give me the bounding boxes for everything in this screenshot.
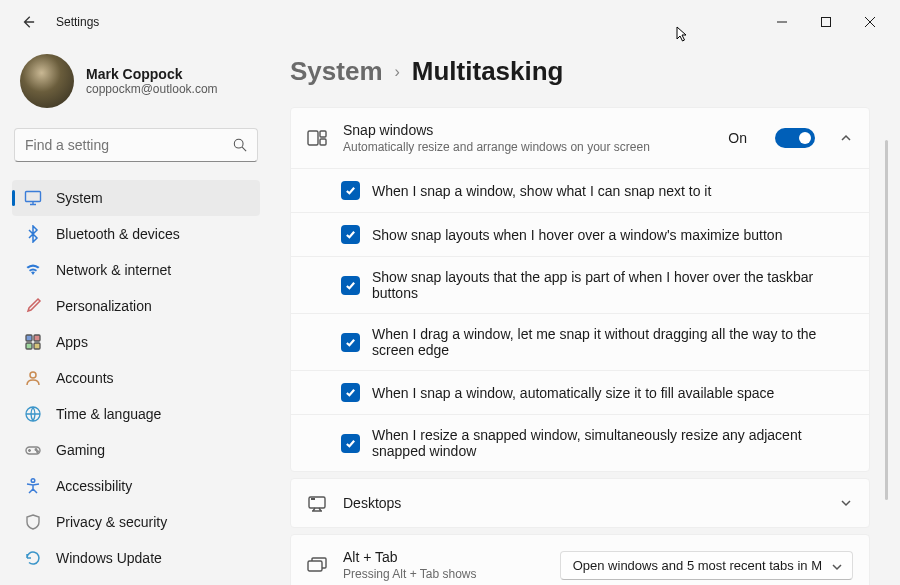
svg-point-1 bbox=[234, 139, 243, 148]
chevron-down-icon bbox=[832, 562, 842, 572]
minimize-icon bbox=[777, 17, 787, 27]
snap-option-0[interactable]: When I snap a window, show what I can sn… bbox=[291, 168, 869, 212]
checkbox-checked-icon[interactable] bbox=[341, 434, 360, 453]
desktops-title: Desktops bbox=[343, 495, 401, 511]
alt-tab-icon bbox=[307, 555, 327, 575]
close-icon bbox=[865, 17, 875, 27]
app-title: Settings bbox=[56, 15, 99, 29]
nav-item-personalization[interactable]: Personalization bbox=[12, 288, 260, 324]
snap-state-label: On bbox=[728, 130, 747, 146]
nav-label: Gaming bbox=[56, 442, 105, 458]
search-input[interactable] bbox=[25, 137, 233, 153]
access-icon bbox=[24, 477, 42, 495]
snap-option-label: When I snap a window, show what I can sn… bbox=[372, 183, 711, 199]
desktops-card[interactable]: Desktops bbox=[290, 478, 870, 528]
nav-list: SystemBluetooth & devicesNetwork & inter… bbox=[12, 180, 260, 576]
vertical-scrollbar[interactable] bbox=[885, 140, 888, 500]
desktops-icon bbox=[307, 493, 327, 513]
nav-item-accounts[interactable]: Accounts bbox=[12, 360, 260, 396]
alt-tab-subtitle: Pressing Alt + Tab shows bbox=[343, 567, 477, 581]
svg-rect-17 bbox=[308, 561, 322, 571]
chevron-up-icon bbox=[839, 131, 853, 145]
alt-tab-title: Alt + Tab bbox=[343, 549, 477, 565]
svg-point-12 bbox=[31, 479, 35, 483]
svg-point-10 bbox=[35, 449, 37, 451]
search-icon bbox=[233, 138, 247, 152]
svg-rect-5 bbox=[26, 343, 32, 349]
maximize-icon bbox=[821, 17, 831, 27]
nav-item-time-language[interactable]: Time & language bbox=[12, 396, 260, 432]
snap-option-1[interactable]: Show snap layouts when I hover over a wi… bbox=[291, 212, 869, 256]
nav-label: Time & language bbox=[56, 406, 161, 422]
snap-option-4[interactable]: When I snap a window, automatically size… bbox=[291, 370, 869, 414]
snap-toggle[interactable] bbox=[775, 128, 815, 148]
breadcrumb-root[interactable]: System bbox=[290, 56, 383, 87]
checkbox-checked-icon[interactable] bbox=[341, 333, 360, 352]
nav-item-accessibility[interactable]: Accessibility bbox=[12, 468, 260, 504]
svg-rect-2 bbox=[26, 192, 41, 202]
snap-windows-card: Snap windows Automatically resize and ar… bbox=[290, 107, 870, 472]
alt-tab-select[interactable]: Open windows and 5 most recent tabs in M bbox=[560, 551, 853, 580]
nav-label: Windows Update bbox=[56, 550, 162, 566]
sidebar: Mark Coppock coppockm@outlook.com System… bbox=[0, 44, 272, 585]
nav-label: Apps bbox=[56, 334, 88, 350]
svg-rect-13 bbox=[308, 131, 318, 145]
svg-rect-4 bbox=[34, 335, 40, 341]
nav-label: Bluetooth & devices bbox=[56, 226, 180, 242]
nav-label: Accounts bbox=[56, 370, 114, 386]
apps-icon bbox=[24, 333, 42, 351]
snap-option-label: Show snap layouts that the app is part o… bbox=[372, 269, 853, 301]
nav-label: Privacy & security bbox=[56, 514, 167, 530]
checkbox-checked-icon[interactable] bbox=[341, 383, 360, 402]
nav-item-system[interactable]: System bbox=[12, 180, 260, 216]
profile-section[interactable]: Mark Coppock coppockm@outlook.com bbox=[12, 48, 260, 122]
snap-subtitle: Automatically resize and arrange windows… bbox=[343, 140, 650, 154]
snap-layout-icon bbox=[307, 128, 327, 148]
globe-icon bbox=[24, 405, 42, 423]
brush-icon bbox=[24, 297, 42, 315]
snap-option-label: When I snap a window, automatically size… bbox=[372, 385, 774, 401]
checkbox-checked-icon[interactable] bbox=[341, 225, 360, 244]
nav-label: Personalization bbox=[56, 298, 152, 314]
avatar bbox=[20, 54, 74, 108]
chevron-right-icon: › bbox=[395, 63, 400, 81]
back-button[interactable] bbox=[14, 8, 42, 36]
nav-item-windows-update[interactable]: Windows Update bbox=[12, 540, 260, 576]
user-email: coppockm@outlook.com bbox=[86, 82, 218, 96]
nav-item-gaming[interactable]: Gaming bbox=[12, 432, 260, 468]
snap-title: Snap windows bbox=[343, 122, 650, 138]
nav-item-bluetooth-devices[interactable]: Bluetooth & devices bbox=[12, 216, 260, 252]
nav-item-apps[interactable]: Apps bbox=[12, 324, 260, 360]
person-icon bbox=[24, 369, 42, 387]
svg-rect-0 bbox=[822, 18, 831, 27]
titlebar: Settings bbox=[0, 0, 900, 44]
search-box[interactable] bbox=[14, 128, 258, 162]
shield-icon bbox=[24, 513, 42, 531]
back-arrow-icon bbox=[21, 15, 35, 29]
mouse-cursor-icon bbox=[676, 26, 688, 44]
minimize-button[interactable] bbox=[760, 7, 804, 37]
nav-item-network-internet[interactable]: Network & internet bbox=[12, 252, 260, 288]
svg-rect-3 bbox=[26, 335, 32, 341]
svg-point-7 bbox=[30, 372, 36, 378]
snap-windows-header[interactable]: Snap windows Automatically resize and ar… bbox=[291, 108, 869, 168]
wifi-icon bbox=[24, 261, 42, 279]
snap-option-2[interactable]: Show snap layouts that the app is part o… bbox=[291, 256, 869, 313]
monitor-icon bbox=[24, 189, 42, 207]
snap-option-label: Show snap layouts when I hover over a wi… bbox=[372, 227, 782, 243]
svg-rect-15 bbox=[320, 139, 326, 145]
content-area: System › Multitasking Snap windows Autom… bbox=[272, 44, 900, 585]
nav-label: Network & internet bbox=[56, 262, 171, 278]
maximize-button[interactable] bbox=[804, 7, 848, 37]
checkbox-checked-icon[interactable] bbox=[341, 181, 360, 200]
user-name: Mark Coppock bbox=[86, 66, 218, 82]
update-icon bbox=[24, 549, 42, 567]
checkbox-checked-icon[interactable] bbox=[341, 276, 360, 295]
page-title: Multitasking bbox=[412, 56, 564, 87]
snap-option-5[interactable]: When I resize a snapped window, simultan… bbox=[291, 414, 869, 471]
nav-label: System bbox=[56, 190, 103, 206]
close-button[interactable] bbox=[848, 7, 892, 37]
nav-item-privacy-security[interactable]: Privacy & security bbox=[12, 504, 260, 540]
nav-label: Accessibility bbox=[56, 478, 132, 494]
snap-option-3[interactable]: When I drag a window, let me snap it wit… bbox=[291, 313, 869, 370]
